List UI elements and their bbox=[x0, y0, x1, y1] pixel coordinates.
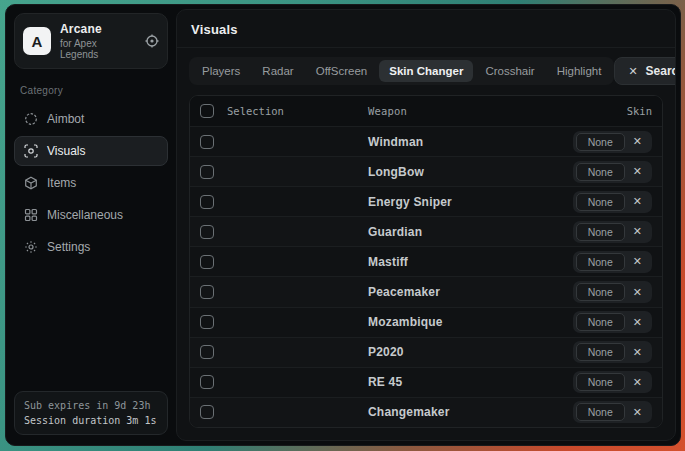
skin-select[interactable]: None ✕ bbox=[573, 371, 652, 393]
skin-value[interactable]: None bbox=[576, 403, 625, 421]
weapon-name: P2020 bbox=[368, 345, 524, 359]
table-header-row: Selection Weapon Skin bbox=[190, 96, 662, 126]
tab[interactable]: Crosshair bbox=[475, 60, 544, 82]
search-button[interactable]: ✕ Search bbox=[614, 57, 676, 85]
search-button-label: Search bbox=[646, 64, 676, 78]
skin-select[interactable]: None ✕ bbox=[573, 281, 652, 303]
category-label: Category bbox=[20, 85, 162, 96]
tab[interactable]: Radar bbox=[252, 60, 303, 82]
skin-value[interactable]: None bbox=[576, 133, 625, 151]
page-title: Visuals bbox=[191, 22, 661, 37]
table-row: Mastiff None ✕ bbox=[190, 246, 662, 276]
tab-label: Crosshair bbox=[485, 65, 534, 77]
weapon-name: Mozambique bbox=[368, 315, 524, 329]
select-all-checkbox[interactable] bbox=[200, 104, 214, 118]
skin-value[interactable]: None bbox=[576, 373, 625, 391]
clear-skin-x-icon[interactable]: ✕ bbox=[626, 406, 649, 419]
tab-label: Highlight bbox=[557, 65, 602, 77]
row-checkbox[interactable] bbox=[200, 375, 214, 389]
skin-value[interactable]: None bbox=[576, 253, 625, 271]
app-subtitle: for Apex Legends bbox=[60, 38, 136, 60]
weapon-name: Guardian bbox=[368, 225, 524, 239]
skin-select[interactable]: None ✕ bbox=[573, 311, 652, 333]
sidebar-item-visuals[interactable]: Visuals bbox=[14, 136, 168, 166]
clear-skin-x-icon[interactable]: ✕ bbox=[626, 316, 649, 329]
clear-skin-x-icon[interactable]: ✕ bbox=[626, 195, 649, 208]
weapon-name: Windman bbox=[368, 135, 524, 149]
sidebar-item-label: Miscellaneous bbox=[47, 208, 123, 222]
skin-value[interactable]: None bbox=[576, 163, 625, 181]
column-header-weapon: Weapon bbox=[368, 105, 524, 117]
clear-skin-x-icon[interactable]: ✕ bbox=[626, 165, 649, 178]
skin-select[interactable]: None ✕ bbox=[573, 191, 652, 213]
clear-skin-x-icon[interactable]: ✕ bbox=[626, 376, 649, 389]
table-row: RE 45 None ✕ bbox=[190, 367, 662, 397]
session-duration-text: Session duration 3m 1s bbox=[24, 415, 158, 426]
sidebar-item-label: Aimbot bbox=[47, 112, 84, 126]
skin-value[interactable]: None bbox=[576, 283, 625, 301]
row-checkbox[interactable] bbox=[200, 165, 214, 179]
skin-select[interactable]: None ✕ bbox=[573, 341, 652, 363]
skin-select[interactable]: None ✕ bbox=[573, 251, 652, 273]
clear-skin-x-icon[interactable]: ✕ bbox=[626, 346, 649, 359]
row-checkbox[interactable] bbox=[200, 255, 214, 269]
table-row: LongBow None ✕ bbox=[190, 156, 662, 186]
clear-skin-x-icon[interactable]: ✕ bbox=[626, 286, 649, 299]
table-row: Guardian None ✕ bbox=[190, 216, 662, 246]
sidebar-item-settings[interactable]: Settings bbox=[14, 232, 168, 262]
weapon-name: Changemaker bbox=[368, 405, 524, 419]
main-panel: Visuals Players Radar OffScreen Skin Cha… bbox=[176, 9, 676, 441]
skin-value[interactable]: None bbox=[576, 193, 625, 211]
row-checkbox[interactable] bbox=[200, 405, 214, 419]
weapon-name: Peacemaker bbox=[368, 285, 524, 299]
skin-select[interactable]: None ✕ bbox=[573, 161, 652, 183]
row-checkbox[interactable] bbox=[200, 315, 214, 329]
clear-skin-x-icon[interactable]: ✕ bbox=[626, 225, 649, 238]
skin-value[interactable]: None bbox=[576, 313, 625, 331]
row-checkbox[interactable] bbox=[200, 285, 214, 299]
eye-scan-icon bbox=[24, 144, 38, 158]
tab-label: Skin Changer bbox=[389, 65, 463, 77]
table-row: Peacemaker None ✕ bbox=[190, 276, 662, 306]
skin-value[interactable]: None bbox=[576, 343, 625, 361]
skin-select[interactable]: None ✕ bbox=[573, 221, 652, 243]
weapon-name: LongBow bbox=[368, 165, 524, 179]
tab[interactable]: OffScreen bbox=[306, 60, 378, 82]
target-icon[interactable] bbox=[145, 34, 159, 48]
column-header-selection: Selection bbox=[227, 105, 284, 117]
row-checkbox[interactable] bbox=[200, 225, 214, 239]
tab[interactable]: Players bbox=[192, 60, 250, 82]
tab-label: OffScreen bbox=[316, 65, 368, 77]
app-logo: A bbox=[23, 27, 51, 55]
sidebar-item-label: Items bbox=[47, 176, 76, 190]
x-icon: ✕ bbox=[628, 65, 637, 78]
sidebar-item-miscellaneous[interactable]: Miscellaneous bbox=[14, 200, 168, 230]
clear-skin-x-icon[interactable]: ✕ bbox=[626, 255, 649, 268]
row-checkbox[interactable] bbox=[200, 345, 214, 359]
main-header: Visuals bbox=[177, 10, 675, 48]
skin-value[interactable]: None bbox=[576, 223, 625, 241]
row-checkbox[interactable] bbox=[200, 135, 214, 149]
tab-strip: Players Radar OffScreen Skin Changer Cro… bbox=[189, 57, 614, 85]
row-checkbox[interactable] bbox=[200, 195, 214, 209]
sidebar-item-items[interactable]: Items bbox=[14, 168, 168, 198]
tab[interactable]: Skin Changer bbox=[379, 60, 473, 82]
table-body: Windman None ✕ LongBow bbox=[190, 126, 662, 427]
table-row: Energy Sniper None ✕ bbox=[190, 186, 662, 216]
skin-select[interactable]: None ✕ bbox=[573, 131, 652, 153]
weapon-skin-table: Selection Weapon Skin Windman None bbox=[189, 95, 663, 428]
toolbar: Players Radar OffScreen Skin Changer Cro… bbox=[177, 48, 675, 93]
tab-label: Players bbox=[202, 65, 240, 77]
column-header-skin: Skin bbox=[524, 105, 652, 117]
clear-skin-x-icon[interactable]: ✕ bbox=[626, 135, 649, 148]
gear-icon bbox=[24, 240, 38, 254]
weapon-name: Mastiff bbox=[368, 255, 524, 269]
table-row: P2020 None ✕ bbox=[190, 337, 662, 367]
table-row: Mozambique None ✕ bbox=[190, 307, 662, 337]
skin-select[interactable]: None ✕ bbox=[573, 401, 652, 423]
app-logo-card: A Arcane for Apex Legends bbox=[14, 13, 168, 69]
sidebar-item-aimbot[interactable]: Aimbot bbox=[14, 104, 168, 134]
tab[interactable]: Highlight bbox=[547, 60, 612, 82]
sub-expires-text: Sub expires in 9d 23h bbox=[24, 400, 158, 411]
app-window: A Arcane for Apex Legends Category Aimbo… bbox=[5, 4, 681, 446]
